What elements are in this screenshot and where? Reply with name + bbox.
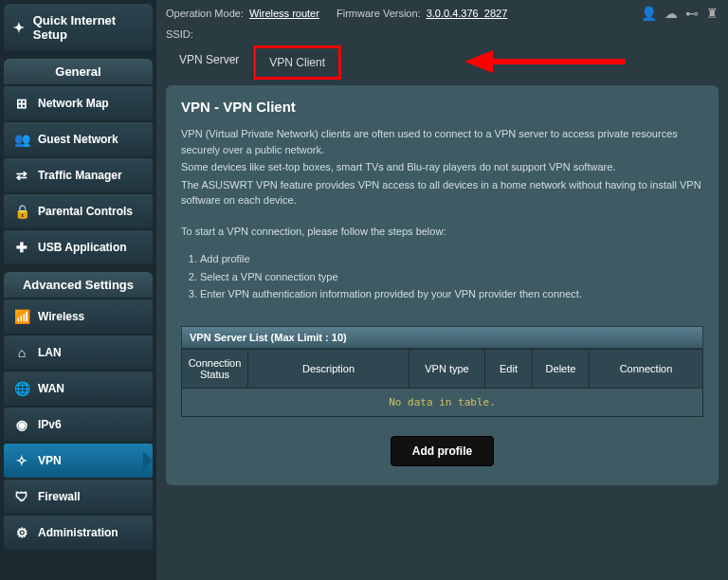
steps-list: Add profile Select a VPN connection type… xyxy=(200,250,703,303)
bell-icon[interactable]: ♜ xyxy=(706,6,719,21)
ipv6-icon: ◉ xyxy=(13,416,30,433)
sidebar-item-traffic-manager[interactable]: ⇄Traffic Manager xyxy=(4,158,153,192)
sidebar: ✦ Quick Internet Setup General ⊞Network … xyxy=(0,0,156,580)
fw-value[interactable]: 3.0.0.4.376_2827 xyxy=(427,8,508,19)
ssid-row: SSID: xyxy=(166,27,719,45)
op-mode-label: Operation Mode: xyxy=(166,8,244,19)
main-content: Operation Mode: Wireless router Firmware… xyxy=(156,0,728,580)
top-icons: 👤 ☁ ⊷ ♜ xyxy=(641,6,719,21)
fw-label: Firmware Version: xyxy=(337,8,421,19)
vpn-server-list-table: Connection Status Description VPN type E… xyxy=(181,349,703,417)
tabs: VPN Server VPN Client xyxy=(166,45,719,80)
ssid-label: SSID: xyxy=(166,28,193,40)
col-connection-status: Connection Status xyxy=(182,350,248,389)
gear-icon: ⚙ xyxy=(13,524,30,541)
quick-internet-setup[interactable]: ✦ Quick Internet Setup xyxy=(4,4,153,51)
sidebar-item-ipv6[interactable]: ◉IPv6 xyxy=(4,408,153,442)
puzzle-icon: ✚ xyxy=(13,239,30,256)
globe-icon: 🌐 xyxy=(13,380,30,397)
wand-icon: ✦ xyxy=(11,19,27,36)
traffic-icon: ⇄ xyxy=(13,167,30,184)
page-title: VPN - VPN Client xyxy=(181,99,703,115)
guest-icon: 👥 xyxy=(13,131,30,148)
col-connection: Connection xyxy=(590,350,703,389)
table-title: VPN Server List (Max Limit : 10) xyxy=(181,326,703,349)
svg-marker-1 xyxy=(464,50,493,73)
section-advanced: Advanced Settings xyxy=(4,272,153,298)
client-icon[interactable]: 👤 xyxy=(641,6,657,21)
wifi-icon: 📶 xyxy=(13,308,30,325)
topbar: Operation Mode: Wireless router Firmware… xyxy=(166,0,719,27)
network-icon: ⊞ xyxy=(13,95,30,112)
usb-icon[interactable]: ⊷ xyxy=(685,6,699,21)
tab-vpn-client[interactable]: VPN Client xyxy=(253,45,341,80)
sidebar-item-network-map[interactable]: ⊞Network Map xyxy=(4,86,153,120)
content-panel: VPN - VPN Client VPN (Virtual Private Ne… xyxy=(166,85,719,485)
sidebar-item-usb-application[interactable]: ✚USB Application xyxy=(4,230,153,264)
table-empty: No data in table. xyxy=(182,389,703,417)
lock-icon: 🔒 xyxy=(13,203,30,220)
sidebar-item-administration[interactable]: ⚙Administration xyxy=(4,516,153,550)
op-mode-value[interactable]: Wireless router xyxy=(249,8,319,19)
sidebar-item-wan[interactable]: 🌐WAN xyxy=(4,372,153,406)
cloud-icon[interactable]: ☁ xyxy=(664,6,678,21)
sidebar-item-guest-network[interactable]: 👥Guest Network xyxy=(4,122,153,156)
col-delete: Delete xyxy=(533,350,590,389)
tab-vpn-server[interactable]: VPN Server xyxy=(166,45,253,80)
shield-icon: 🛡 xyxy=(13,488,30,505)
sidebar-item-firewall[interactable]: 🛡Firewall xyxy=(4,480,153,514)
sidebar-item-lan[interactable]: ⌂LAN xyxy=(4,335,153,370)
col-vpn-type: VPN type xyxy=(410,350,485,389)
add-profile-button[interactable]: Add profile xyxy=(391,436,494,466)
sidebar-item-vpn[interactable]: ✧VPN xyxy=(4,444,153,478)
description: VPN (Virtual Private Network) clients ar… xyxy=(181,126,703,239)
col-description: Description xyxy=(248,350,410,389)
sidebar-item-parental-controls[interactable]: 🔒Parental Controls xyxy=(4,194,153,228)
vpn-icon: ✧ xyxy=(13,452,30,469)
col-edit: Edit xyxy=(485,350,533,389)
sidebar-item-wireless[interactable]: 📶Wireless xyxy=(4,299,153,334)
qis-label: Quick Internet Setup xyxy=(33,13,145,42)
section-general: General xyxy=(4,59,153,84)
home-icon: ⌂ xyxy=(13,344,30,361)
annotation-arrow-icon xyxy=(464,47,626,76)
